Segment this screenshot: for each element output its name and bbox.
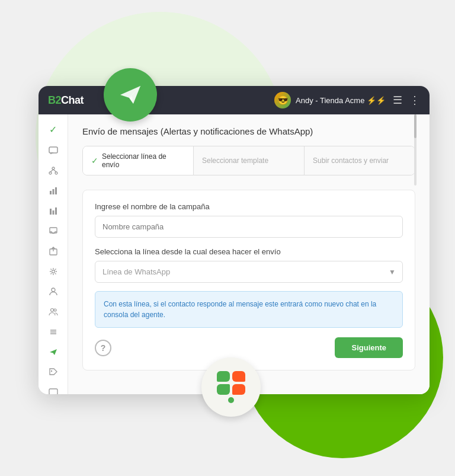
- svg-point-14: [50, 309, 53, 312]
- user-info: 😎 Andy - Tienda Acme ⚡⚡: [274, 92, 386, 108]
- sidebar-icon-chat[interactable]: [46, 146, 61, 155]
- sidebar-icon-network[interactable]: [46, 166, 61, 175]
- svg-rect-9: [55, 207, 57, 215]
- logo-chat: Chat: [61, 94, 84, 106]
- svg-point-2: [49, 172, 52, 174]
- svg-rect-7: [50, 209, 52, 215]
- line-select[interactable]: Línea de WhatsApp: [95, 261, 403, 283]
- sidebar-icon-settings[interactable]: [46, 267, 61, 276]
- form-actions: ? Siguiente: [95, 337, 403, 358]
- help-button[interactable]: ?: [95, 340, 111, 356]
- sidebar-icon-list[interactable]: [46, 327, 61, 337]
- page-title: Envío de mensajes (Alertas y notificacio…: [82, 126, 415, 136]
- svg-point-19: [50, 370, 52, 372]
- sidebar: ✓: [39, 114, 68, 394]
- scrollbar-track[interactable]: [414, 114, 416, 186]
- svg-rect-6: [55, 187, 57, 194]
- app-window: B2Chat 😎 Andy - Tienda Acme ⚡⚡ ☰ ⋮ ✓: [39, 86, 430, 394]
- line-label: Selecciona la línea desde la cual desea …: [95, 247, 403, 256]
- scrollbar-thumb[interactable]: [414, 114, 416, 138]
- main-content: Envío de mensajes (Alertas y notificacio…: [68, 114, 430, 394]
- step-1[interactable]: ✓ Seleccionar línea de envío: [83, 146, 194, 175]
- sidebar-icon-send[interactable]: [46, 347, 61, 357]
- b2chat-bubbles-icon: [201, 357, 261, 417]
- sidebar-icon-inbox[interactable]: [46, 226, 61, 236]
- step-2-label: Seleccionar template: [202, 156, 268, 165]
- step-2[interactable]: Seleccionar template: [194, 146, 305, 175]
- sidebar-icon-chart-bar[interactable]: [46, 186, 61, 196]
- bubble-dot: [228, 397, 234, 403]
- svg-rect-0: [49, 147, 57, 153]
- svg-rect-20: [49, 389, 57, 394]
- info-box: Con esta línea, si el contacto responde …: [95, 291, 403, 328]
- svg-point-15: [54, 309, 56, 311]
- svg-point-13: [52, 288, 55, 292]
- next-button[interactable]: Siguiente: [335, 337, 403, 358]
- step-3-label: Subir contactos y enviar: [313, 156, 389, 165]
- topbar: B2Chat 😎 Andy - Tienda Acme ⚡⚡ ☰ ⋮: [39, 86, 430, 114]
- svg-rect-8: [52, 210, 54, 215]
- bubble-orange-2: [232, 384, 245, 395]
- bubble-green-1: [217, 371, 230, 382]
- sidebar-icon-tag[interactable]: [46, 368, 61, 377]
- sidebar-icon-comment[interactable]: [46, 388, 61, 394]
- sidebar-icon-check[interactable]: ✓: [46, 124, 61, 135]
- user-emoji: 😎: [278, 95, 288, 105]
- topbar-right: 😎 Andy - Tienda Acme ⚡⚡ ☰ ⋮: [274, 92, 420, 108]
- content-wrap: ✓: [39, 114, 430, 394]
- logo-b2: B2: [48, 94, 61, 106]
- avatar: 😎: [274, 92, 291, 108]
- step-3[interactable]: Subir contactos y enviar: [305, 146, 415, 175]
- dots-icon[interactable]: ⋮: [409, 94, 420, 107]
- app-logo: B2Chat: [48, 94, 84, 107]
- svg-rect-4: [50, 191, 52, 194]
- bubble-orange-1: [232, 371, 245, 382]
- sidebar-icon-person[interactable]: [46, 287, 61, 296]
- step-1-label: Seleccionar línea de envío: [102, 152, 185, 169]
- steps-bar: ✓ Seleccionar línea de envío Seleccionar…: [82, 146, 415, 175]
- campaign-label: Ingrese el nombre de la campaña: [95, 202, 403, 211]
- sidebar-icon-outbox[interactable]: [46, 247, 61, 256]
- plane-icon: [104, 68, 157, 122]
- bubble-green-2: [217, 384, 230, 395]
- step-1-check: ✓: [91, 156, 98, 165]
- svg-point-3: [55, 172, 57, 174]
- sidebar-icon-group[interactable]: [46, 307, 61, 317]
- campaign-input[interactable]: [95, 216, 403, 238]
- line-select-wrap: Línea de WhatsApp ▼: [95, 261, 403, 283]
- sidebar-icon-chart[interactable]: [46, 206, 61, 216]
- svg-rect-5: [52, 189, 54, 194]
- user-name: Andy - Tienda Acme ⚡⚡: [296, 96, 386, 105]
- svg-point-1: [52, 167, 55, 170]
- form-section: Ingrese el nombre de la campaña Seleccio…: [82, 190, 415, 370]
- svg-point-12: [52, 270, 55, 273]
- menu-icon[interactable]: ☰: [393, 94, 402, 107]
